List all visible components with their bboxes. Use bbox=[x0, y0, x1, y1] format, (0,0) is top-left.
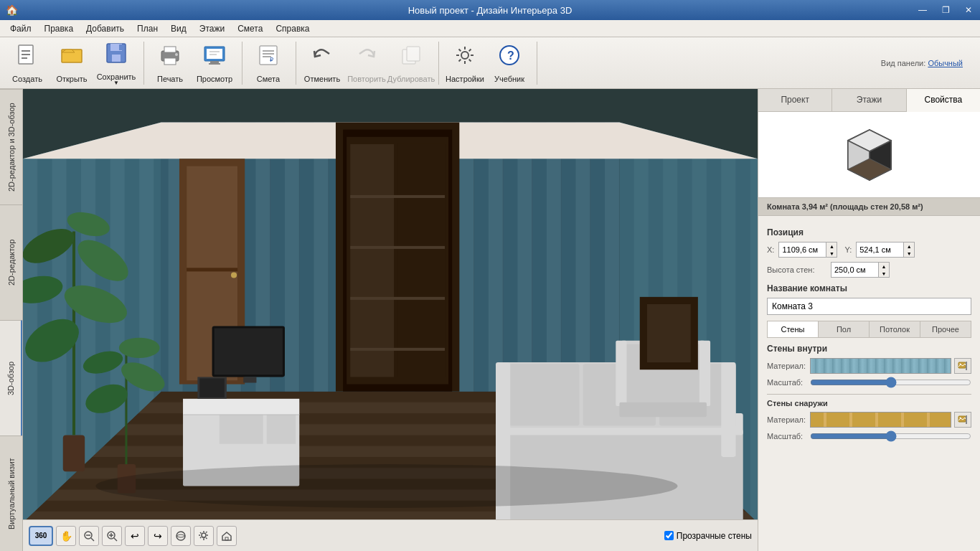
left-sidebar: 2D-редактор и 3D-обзор 2D-редактор 3D-об… bbox=[0, 89, 23, 551]
360-button[interactable]: 360 bbox=[29, 526, 53, 546]
print-button[interactable]: Печать bbox=[149, 42, 192, 84]
svg-rect-88 bbox=[699, 341, 710, 406]
walls-inside-scale-label: Масштаб: bbox=[767, 378, 810, 387]
walls-outside-material-swatch[interactable] bbox=[810, 412, 951, 428]
settings-button[interactable]: Настройки bbox=[443, 42, 486, 84]
svg-text:₽: ₽ bbox=[270, 57, 273, 63]
rotate-left-button[interactable]: ↩ bbox=[125, 526, 145, 546]
maximize-button[interactable]: ❐ bbox=[934, 0, 957, 20]
y-input[interactable] bbox=[857, 242, 903, 257]
sidebar-tab-virtual[interactable]: Виртуальный визит bbox=[0, 435, 22, 551]
right-panel: Проект Этажи Свойства Комната 3,94 м² bbox=[758, 89, 980, 551]
window-controls: — ❐ ✕ bbox=[911, 0, 980, 20]
preview-button[interactable]: Просмотр bbox=[193, 42, 236, 84]
sidebar-tab-2d3d[interactable]: 2D-редактор и 3D-обзор bbox=[0, 89, 22, 204]
menu-edit[interactable]: Правка bbox=[40, 23, 78, 34]
walls-inside-material-label: Материал: bbox=[767, 362, 810, 370]
redo-button[interactable]: Повторить bbox=[345, 42, 388, 84]
walls-outside-scale-slider[interactable] bbox=[810, 430, 971, 442]
open-label: Открыть bbox=[56, 75, 87, 83]
svg-rect-7 bbox=[112, 55, 121, 62]
svg-rect-43 bbox=[397, 144, 445, 377]
height-down-button[interactable]: ▼ bbox=[879, 270, 889, 277]
room-svg bbox=[23, 89, 758, 519]
toolbar-file-group: Создать Открыть Сохранить ▼ bbox=[6, 42, 144, 85]
tutorial-label: Учебник bbox=[494, 75, 524, 83]
menu-floors[interactable]: Этажи bbox=[195, 23, 229, 34]
sub-tab-other[interactable]: Прочее bbox=[920, 321, 971, 337]
sub-tab-walls[interactable]: Стены bbox=[768, 321, 819, 337]
svg-rect-45 bbox=[350, 246, 445, 249]
undo-label: Отменить bbox=[304, 75, 340, 83]
walls-inside-material-swatch[interactable] bbox=[810, 358, 951, 374]
x-input[interactable] bbox=[779, 242, 826, 257]
transparent-walls-checkbox[interactable] bbox=[664, 531, 674, 540]
tab-properties[interactable]: Свойства bbox=[907, 89, 980, 112]
transparent-walls-label[interactable]: Прозрачные стены bbox=[677, 531, 752, 541]
save-button[interactable]: Сохранить ▼ bbox=[95, 42, 138, 84]
minimize-button[interactable]: — bbox=[911, 0, 934, 20]
svg-rect-42 bbox=[350, 144, 394, 377]
menu-help[interactable]: Справка bbox=[271, 23, 314, 34]
height-input[interactable] bbox=[831, 263, 878, 277]
x-down-button[interactable]: ▼ bbox=[826, 250, 837, 257]
viewport-3d[interactable]: 360 ✋ ↩ ↪ Прозрачные стены bbox=[23, 89, 758, 551]
menu-file[interactable]: Файл bbox=[6, 23, 36, 34]
redo-icon bbox=[354, 42, 380, 73]
home-button[interactable] bbox=[217, 526, 237, 546]
estimate-button[interactable]: ₽ Смета bbox=[247, 42, 290, 84]
walls-outside-browse-button[interactable] bbox=[954, 412, 971, 428]
svg-rect-50 bbox=[187, 166, 237, 268]
duplicate-icon bbox=[398, 42, 424, 73]
panel-tabs: Проект Этажи Свойства bbox=[758, 89, 980, 112]
menu-estimate[interactable]: Смета bbox=[233, 23, 267, 34]
zoom-out-button[interactable] bbox=[79, 526, 99, 546]
zoom-in-button[interactable] bbox=[102, 526, 122, 546]
tutorial-button[interactable]: ? Учебник bbox=[488, 42, 531, 84]
room-name-title: Название комнаты bbox=[767, 283, 971, 293]
tab-project[interactable]: Проект bbox=[758, 89, 832, 111]
close-button[interactable]: ✕ bbox=[957, 0, 980, 20]
position-row: X: ▲ ▼ Y: ▲ ▼ bbox=[767, 242, 971, 258]
rotate-right-button[interactable]: ↪ bbox=[148, 526, 168, 546]
height-up-button[interactable]: ▲ bbox=[879, 263, 889, 270]
sidebar-tab-3d[interactable]: 3D-обзор bbox=[0, 320, 22, 435]
menu-add[interactable]: Добавить bbox=[82, 23, 128, 34]
toolbar: Создать Открыть Сохранить ▼ Печать bbox=[0, 37, 980, 89]
svg-rect-114 bbox=[966, 415, 967, 424]
walls-inside-title: Стены внутри bbox=[767, 344, 971, 354]
svg-rect-76 bbox=[199, 378, 224, 397]
menu-plan[interactable]: План bbox=[133, 23, 162, 34]
pan-button[interactable]: ✋ bbox=[56, 526, 76, 546]
walls-outside-title: Стены снаружи bbox=[767, 394, 971, 408]
y-up-button[interactable]: ▲ bbox=[904, 242, 914, 250]
svg-rect-89 bbox=[619, 402, 707, 417]
save-dropdown[interactable]: ▼ bbox=[113, 80, 119, 86]
panel-mode-link[interactable]: Обычный bbox=[928, 59, 963, 67]
svg-point-12 bbox=[175, 53, 178, 56]
walls-inside-browse-button[interactable] bbox=[954, 358, 971, 374]
y-down-button[interactable]: ▼ bbox=[904, 250, 914, 257]
sidebar-tab-2d[interactable]: 2D-редактор bbox=[0, 204, 22, 320]
titlebar: 🏠 Новый проект - Дизайн Интерьера 3D — ❐… bbox=[0, 0, 980, 20]
create-button[interactable]: Создать bbox=[6, 42, 49, 84]
properties-panel: Позиция X: ▲ ▼ Y: ▲ ▼ bbox=[758, 216, 980, 551]
x-up-button[interactable]: ▲ bbox=[826, 242, 837, 250]
duplicate-button[interactable]: Дублировать bbox=[390, 42, 433, 84]
svg-rect-19 bbox=[260, 46, 277, 65]
sub-tab-floor[interactable]: Пол bbox=[819, 321, 870, 337]
light-button[interactable] bbox=[194, 526, 214, 546]
orbit-button[interactable] bbox=[171, 526, 191, 546]
tab-floors[interactable]: Этажи bbox=[832, 89, 906, 111]
sub-tab-ceiling[interactable]: Потолок bbox=[870, 321, 920, 337]
menu-view[interactable]: Вид bbox=[166, 23, 191, 34]
room-name-input[interactable] bbox=[767, 298, 971, 315]
undo-button[interactable]: Отменить bbox=[301, 42, 344, 84]
walls-inside-scale-slider[interactable] bbox=[810, 377, 971, 388]
svg-rect-80 bbox=[507, 364, 579, 425]
y-input-group: ▲ ▼ bbox=[856, 242, 915, 258]
app-icon: 🏠 bbox=[6, 4, 18, 16]
open-button[interactable]: Открыть bbox=[50, 42, 93, 84]
save-icon bbox=[103, 40, 129, 71]
3d-scene bbox=[23, 89, 758, 519]
